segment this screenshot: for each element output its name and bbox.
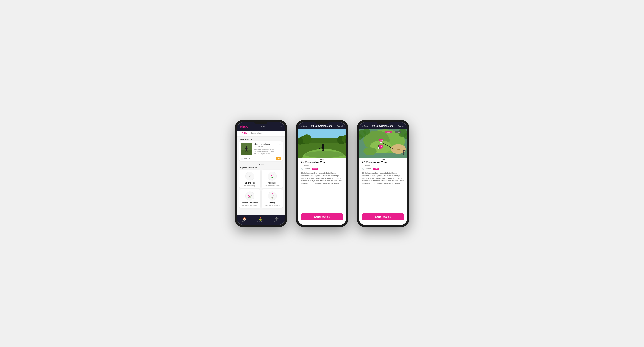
svg-text:Miss: Miss — [380, 139, 383, 141]
svg-point-28 — [270, 195, 271, 196]
svg-point-17 — [270, 174, 272, 174]
clock-icon: 🕐 — [301, 168, 303, 170]
phone-2: ‹ Back 6ft Conversion Zone Cancel — [296, 120, 348, 227]
drill-description: 20 shots are randomly generated at dista… — [301, 172, 343, 185]
clippd-logo: clippd — [240, 125, 248, 128]
nav-home[interactable]: 🏠 Home — [242, 217, 246, 223]
golf-photo-svg — [298, 129, 346, 158]
favourite-icon[interactable]: ☆ — [279, 143, 281, 155]
drill-meta-3: 🕐 20 shots ARG — [362, 168, 404, 170]
golfer-image — [241, 143, 252, 155]
putting-icon — [268, 191, 277, 201]
most-popular-label: Most Popular — [237, 137, 285, 141]
shots-count: 10 shots — [244, 158, 250, 160]
svg-point-65 — [380, 142, 382, 143]
svg-point-46 — [304, 151, 344, 158]
drill-range: 10-50 yds — [301, 165, 343, 167]
svg-point-66 — [378, 147, 380, 149]
skill-putting[interactable]: Putting Make and lag practice — [262, 189, 283, 208]
drill-photo — [298, 129, 346, 158]
explore-label: Explore skill areas — [237, 166, 285, 170]
drill-meta: 🕐 20 shots ARG — [301, 168, 343, 170]
skill-approach-sublabel: Dial-in to hit the green — [265, 185, 280, 186]
home-bar — [316, 224, 328, 224]
nav-activities[interactable]: ⛳ Activities — [257, 217, 263, 223]
golf-map-svg: Miss Hit Fairway Rough — [359, 129, 407, 158]
shots-info-3: 🕐 20 shots — [362, 168, 372, 170]
skill-off-the-tee[interactable]: Off The Tee Power accuracy — [239, 170, 260, 188]
phone-1-content: Most Popular — [237, 137, 285, 215]
home-indicator — [298, 223, 346, 225]
phone-3: ‹ Back 6ft Conversion Zone Cancel — [357, 120, 409, 227]
nav-capture[interactable]: ➕ Capture — [274, 217, 280, 223]
svg-rect-42 — [322, 144, 324, 145]
around-green-icon — [245, 191, 255, 201]
img-dot-1 — [320, 159, 322, 160]
skill-approach-label: Approach — [268, 182, 277, 184]
featured-card[interactable]: Find The Fairway Off The Tee Create an i… — [239, 141, 283, 161]
svg-point-14 — [268, 172, 277, 180]
phone-3-content: Miss Hit Fairway Rough — [359, 129, 407, 225]
shots-count: 20 shots — [304, 168, 310, 170]
skill-ott-sublabel: Power accuracy — [244, 185, 255, 186]
drill-map: Miss Hit Fairway Rough — [359, 129, 407, 158]
shots-info: 🕐 10 shots — [241, 158, 250, 160]
clock-icon-3: 🕐 — [362, 168, 364, 170]
back-button[interactable]: ‹ Back — [301, 125, 307, 127]
skill-atg-label: Around The Green — [242, 202, 258, 204]
tab-favourites[interactable]: Favourites — [249, 131, 264, 136]
nav-home-label: Home — [242, 221, 246, 223]
card-inner: Find The Fairway Off The Tee Create an i… — [239, 141, 283, 156]
phone-3-notch — [376, 122, 390, 124]
card-footer: 🕐 10 shots OTT — [239, 156, 283, 161]
phone-2-notch — [316, 122, 328, 124]
svg-point-35 — [302, 134, 312, 144]
skill-around-green[interactable]: Around The Green Hone your short game — [239, 189, 260, 208]
ott-badge: OTT — [276, 157, 281, 160]
card-text: Find The Fairway Off The Tee Create an i… — [254, 143, 277, 155]
phone-3-screen: ‹ Back 6ft Conversion Zone Cancel — [359, 122, 407, 225]
drill-info: 6ft Conversion Zone 10-50 yds 🕐 20 shots… — [298, 161, 346, 213]
screenshot-container: clippd Practice ≡ Drills Favourites Most… — [235, 120, 409, 227]
img-dot-3-2 — [384, 159, 384, 160]
off-the-tee-icon — [245, 171, 255, 181]
skill-approach[interactable]: Approach Dial-in to hit the green — [262, 170, 283, 188]
svg-text:Fairway: Fairway — [386, 132, 390, 133]
cancel-button[interactable]: Cancel — [337, 125, 343, 127]
card-dots — [237, 163, 285, 166]
back-chevron-icon: ‹ — [301, 125, 302, 127]
svg-text:Rough: Rough — [396, 132, 400, 133]
svg-point-71 — [403, 150, 405, 151]
svg-point-2 — [246, 146, 248, 147]
cancel-button-3[interactable]: Cancel — [398, 125, 404, 127]
home-icon: 🏠 — [243, 217, 246, 221]
skill-putting-label: Putting — [269, 202, 275, 204]
skill-putting-sublabel: Make and lag practice — [265, 205, 280, 206]
shots-count-3: 20 shots — [365, 168, 372, 170]
menu-icon[interactable]: ≡ — [280, 125, 282, 128]
skill-grid: Off The Tee Power accuracy — [237, 170, 285, 210]
back-button-3[interactable]: ‹ Back — [362, 125, 368, 127]
clock-icon: 🕐 — [241, 158, 243, 160]
home-bar-3 — [378, 224, 388, 224]
card-subtitle: Off The Tee — [254, 146, 277, 148]
start-practice-button[interactable]: Start Practice — [301, 213, 343, 220]
img-dot-2 — [322, 159, 324, 160]
svg-text:SAND: SAND — [397, 149, 400, 150]
svg-rect-72 — [403, 151, 404, 154]
card-description: Create an imaginary fairway using trees … — [254, 148, 277, 155]
back-label-3: Back — [364, 125, 368, 127]
phone-2-header-title: 6ft Conversion Zone — [311, 125, 332, 127]
approach-icon — [268, 171, 277, 181]
start-practice-button-3[interactable]: Start Practice — [362, 213, 404, 220]
tab-drills[interactable]: Drills — [240, 131, 249, 136]
svg-point-24 — [268, 192, 277, 200]
bottom-nav: 🏠 Home ⛳ Activities ➕ Capture — [237, 215, 285, 225]
svg-point-29 — [273, 195, 274, 196]
phone-1-tabs: Drills Favourites — [237, 131, 285, 137]
svg-point-23 — [248, 197, 249, 198]
activities-icon: ⛳ — [258, 217, 262, 221]
drill-title: 6ft Conversion Zone — [301, 161, 343, 164]
back-label: Back — [302, 125, 307, 127]
phone-1-screen: clippd Practice ≡ Drills Favourites Most… — [237, 122, 285, 225]
